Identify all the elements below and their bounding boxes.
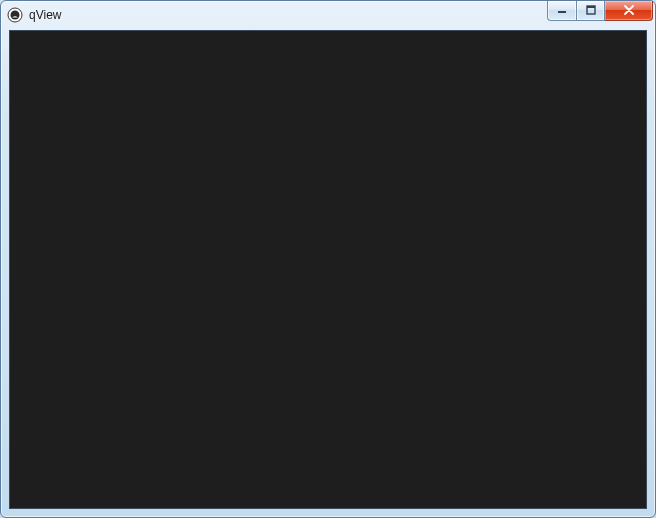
svg-rect-4 [587,6,595,8]
svg-point-1 [11,11,20,20]
app-window: qView [0,0,656,518]
maximize-button[interactable] [577,1,605,21]
desktop-background: qView [0,0,656,518]
minimize-icon [557,5,567,15]
close-button[interactable] [605,1,653,21]
qview-app-icon [7,7,23,23]
maximize-icon [586,5,596,15]
close-icon [623,5,635,15]
window-controls [547,1,653,29]
svg-rect-2 [558,11,566,13]
window-title: qView [29,1,547,29]
titlebar[interactable]: qView [1,1,655,29]
image-viewport[interactable] [9,30,647,509]
minimize-button[interactable] [547,1,577,21]
